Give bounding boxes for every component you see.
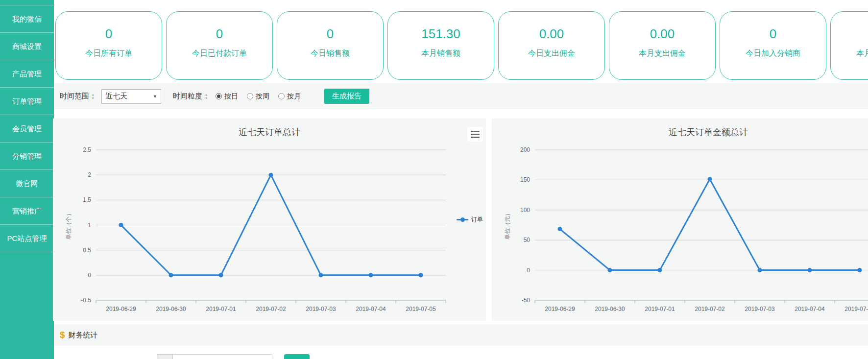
stat-label: 本月支出佣金 <box>639 48 686 59</box>
stat-label: 今日加入分销商 <box>746 48 800 59</box>
stat-label: 今日已付款订单 <box>192 48 247 59</box>
sidebar-item-label: 微官网 <box>16 179 38 188</box>
data-point[interactable] <box>219 273 223 277</box>
finance-query-button[interactable] <box>284 354 310 359</box>
y-tick-label: 200 <box>520 146 530 153</box>
granularity-radio-group: 按日 按周 按月 <box>216 92 301 101</box>
data-point[interactable] <box>808 268 812 272</box>
sidebar-item-partial[interactable] <box>0 0 54 5</box>
legend-label: 订单 <box>471 215 483 224</box>
x-tick-label: 2019-06-30 <box>595 306 625 312</box>
stat-card-month-new-distributors: 0 本月加入分销商 <box>830 11 868 80</box>
y-tick-label: 0 <box>88 272 91 279</box>
stat-value: 0 <box>770 26 776 42</box>
y-tick-label: -50 <box>522 297 530 304</box>
y-axis-name: 单位（元） <box>504 211 511 240</box>
stat-value: 0 <box>327 26 334 42</box>
finance-date-input[interactable] <box>172 354 272 359</box>
x-tick-label: 2019-07-02 <box>256 306 286 312</box>
x-tick-label: 2019-07-01 <box>206 306 236 312</box>
sidebar-item-label: 我的微信 <box>12 15 42 23</box>
y-tick-label: 50 <box>524 237 530 243</box>
radio-by-day[interactable]: 按日 <box>216 92 238 101</box>
y-tick-label: 1.5 <box>83 196 91 203</box>
report-filter-bar: 时间范围： 近七天 ▼ 时间粒度： 按日 按周 按月 生成报告 <box>54 83 868 109</box>
sidebar: 我的微信 商城设置 产品管理 订单管理 会员管理 分销管理 微官网 营销推广 P… <box>0 0 54 359</box>
sidebar-item-order-management[interactable]: 订单管理 <box>0 88 54 115</box>
x-tick-label: 2019-06-30 <box>156 306 186 312</box>
sidebar-item-label: 会员管理 <box>12 124 42 133</box>
data-point[interactable] <box>758 268 762 272</box>
radio-by-week[interactable]: 按周 <box>247 92 269 101</box>
data-point[interactable] <box>858 268 862 272</box>
order-count-chart-panel: 近七天订单总计 2.521.510.50-0.52019-06-292019-0… <box>53 119 486 321</box>
y-tick-label: 2.5 <box>83 146 91 153</box>
x-tick-label: 2019-07-02 <box>695 306 725 312</box>
generate-report-button[interactable]: 生成报告 <box>324 89 369 104</box>
sidebar-item-micro-site[interactable]: 微官网 <box>0 170 54 197</box>
data-point[interactable] <box>658 268 662 272</box>
data-point[interactable] <box>608 268 612 272</box>
data-point[interactable] <box>558 227 562 231</box>
stat-card-month-commission: 0.00 本月支出佣金 <box>609 11 716 80</box>
order-amount-chart-panel: 近七天订单金额总计 200150100500-502019-06-292019-… <box>492 119 868 321</box>
order-count-chart-canvas: 2.521.510.50-0.52019-06-292019-06-302019… <box>53 119 486 321</box>
y-tick-label: 150 <box>520 176 530 183</box>
y-tick-label: 0 <box>527 267 530 274</box>
data-point[interactable] <box>269 173 273 177</box>
sidebar-item-pc-site-management[interactable]: PC站点管理 <box>0 225 54 252</box>
radio-label: 按月 <box>287 92 301 101</box>
sidebar-item-shop-settings[interactable]: 商城设置 <box>0 33 54 60</box>
time-range-label: 时间范围： <box>60 92 96 101</box>
data-point[interactable] <box>119 223 123 227</box>
y-tick-label: 1 <box>88 222 91 229</box>
sidebar-item-marketing-promotion[interactable]: 营销推广 <box>0 197 54 225</box>
finance-date-addon[interactable] <box>157 354 173 359</box>
x-tick-label: 2019-07-03 <box>745 306 775 312</box>
radio-by-month[interactable]: 按月 <box>278 92 301 101</box>
stat-card-today-commission: 0.00 今日支出佣金 <box>498 11 605 80</box>
sidebar-item-label: PC站点管理 <box>7 234 47 242</box>
y-tick-label: 0.5 <box>83 247 91 254</box>
x-tick-label: 2019-07-03 <box>306 306 336 312</box>
radio-button-icon <box>216 93 222 99</box>
stat-label: 本月加入分销商 <box>856 48 868 59</box>
time-range-select[interactable]: 近七天 ▼ <box>101 89 161 104</box>
sidebar-item-label: 产品管理 <box>12 70 42 78</box>
sidebar-item-member-management[interactable]: 会员管理 <box>0 115 54 143</box>
sidebar-item-my-wechat[interactable]: 我的微信 <box>0 5 54 33</box>
x-tick-label: 2019-06-29 <box>545 306 575 312</box>
sidebar-item-label: 商城设置 <box>12 42 42 50</box>
x-tick-label: 2019-06-29 <box>106 306 136 312</box>
stat-card-today-sales: 0 今日销售额 <box>277 11 384 80</box>
stat-cards-row: 0 今日所有订单 0 今日已付款订单 0 今日销售额 151.30 本月销售额 … <box>55 11 868 80</box>
stat-value: 151.30 <box>421 26 460 42</box>
sidebar-item-label: 订单管理 <box>12 97 42 105</box>
sidebar-item-label: 分销管理 <box>12 152 42 160</box>
legend-line-marker-icon <box>457 219 468 220</box>
stat-label: 今日销售额 <box>311 48 350 59</box>
dollar-icon: $ <box>60 330 65 340</box>
y-tick-label: 2 <box>88 171 91 178</box>
stat-card-today-paid-orders: 0 今日已付款订单 <box>166 11 273 80</box>
stat-card-today-orders: 0 今日所有订单 <box>55 11 162 80</box>
data-point[interactable] <box>708 177 712 181</box>
finance-stats-title: 财务统计 <box>69 331 98 340</box>
y-tick-label: -0.5 <box>81 297 91 304</box>
stat-value: 0.00 <box>539 26 564 42</box>
stat-label: 今日所有订单 <box>85 48 132 59</box>
x-tick-label: 2019-07-05 <box>406 306 436 312</box>
stat-value: 0 <box>105 26 112 42</box>
data-point[interactable] <box>419 273 423 277</box>
sidebar-item-distribution-management[interactable]: 分销管理 <box>0 143 54 170</box>
stat-value: 0 <box>216 26 223 42</box>
radio-label: 按周 <box>256 92 269 101</box>
data-point[interactable] <box>369 273 373 277</box>
data-point[interactable] <box>169 273 173 277</box>
chart-legend-orders[interactable]: 订单 <box>457 215 483 224</box>
stat-card-today-new-distributors: 0 今日加入分销商 <box>720 11 826 80</box>
dashboard-page: 我的微信 商城设置 产品管理 订单管理 会员管理 分销管理 微官网 营销推广 P… <box>0 0 868 359</box>
data-point[interactable] <box>319 273 323 277</box>
sidebar-item-product-management[interactable]: 产品管理 <box>0 60 54 88</box>
x-tick-label: 2019-07-04 <box>356 306 386 312</box>
